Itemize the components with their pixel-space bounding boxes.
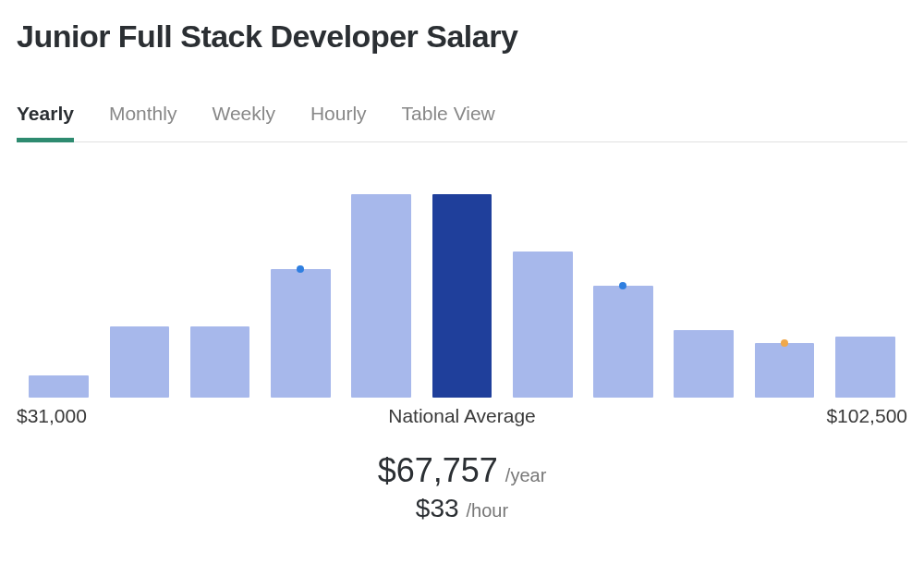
chart-bar[interactable] [835, 337, 895, 398]
bar-slot [421, 194, 502, 398]
chart-bar-highlight[interactable] [432, 194, 492, 398]
bar-slot [503, 252, 583, 398]
bar-slot [99, 326, 179, 398]
bar-slot [18, 375, 99, 398]
summary-hourly-value: $33 [416, 494, 459, 523]
bar-slot [180, 326, 261, 398]
chart-bar[interactable] [513, 252, 573, 398]
chart-bar[interactable] [110, 326, 170, 398]
summary-yearly-unit: /year [505, 465, 546, 486]
axis-center-label: National Average [388, 405, 536, 427]
marker-dot-icon [619, 282, 626, 289]
axis-min-label: $31,000 [17, 405, 87, 427]
bar-slot [744, 343, 824, 398]
bar-slot [341, 194, 421, 398]
chart-bar[interactable] [755, 343, 815, 398]
chart-axis-labels: $31,000 National Average $102,500 [17, 405, 907, 431]
chart-bars [17, 194, 907, 398]
chart-bar[interactable] [351, 194, 411, 398]
axis-max-label: $102,500 [826, 405, 907, 427]
bar-slot [583, 286, 663, 398]
bar-slot [825, 337, 906, 398]
tab-hourly[interactable]: Hourly [310, 103, 367, 142]
summary-hourly-unit: /hour [467, 500, 509, 522]
tab-weekly[interactable]: Weekly [212, 103, 274, 142]
marker-dot-icon [781, 339, 788, 347]
tabs-row: Yearly Monthly Weekly Hourly Table View [17, 103, 907, 142]
marker-dot-icon [297, 265, 304, 273]
chart-bar[interactable] [674, 330, 734, 398]
chart-bar[interactable] [29, 375, 89, 398]
chart-bar[interactable] [190, 326, 250, 398]
bar-slot [663, 330, 744, 398]
tab-yearly[interactable]: Yearly [17, 103, 74, 142]
bar-slot [261, 269, 341, 398]
summary-yearly-value: $67,757 [378, 451, 498, 490]
summary: $67,757 /year $33 /hour [17, 451, 907, 523]
salary-chart: $31,000 National Average $102,500 [17, 194, 907, 431]
tab-monthly[interactable]: Monthly [109, 103, 177, 142]
chart-bar[interactable] [271, 269, 331, 398]
page-title: Junior Full Stack Developer Salary [17, 18, 907, 55]
tab-table-view[interactable]: Table View [402, 103, 495, 142]
chart-bar[interactable] [593, 286, 653, 398]
